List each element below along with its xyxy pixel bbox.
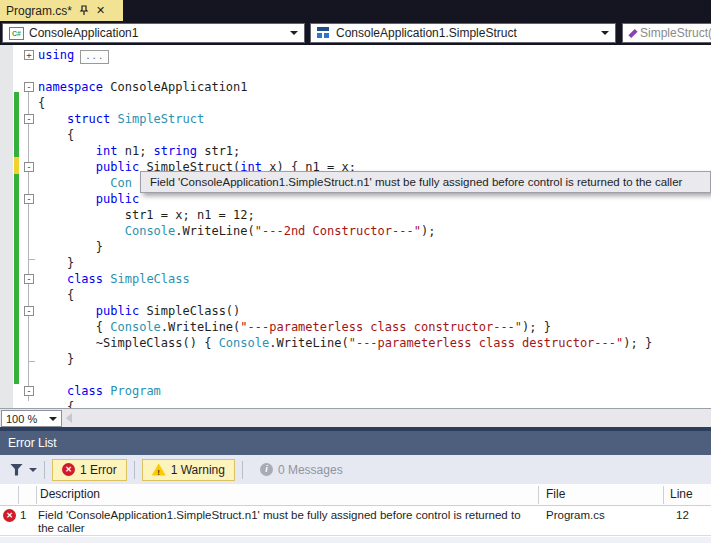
type-dropdown-value: ConsoleApplication1.SimpleStruct <box>336 26 517 40</box>
error-icon <box>62 463 75 476</box>
code-token: .WriteLine( <box>161 320 240 334</box>
code-line[interactable]: } <box>38 239 103 255</box>
warnings-filter-button[interactable]: 1 Warning <box>142 459 235 481</box>
code-token: class <box>67 384 103 398</box>
code-token: { <box>38 400 74 408</box>
project-dropdown[interactable]: C# ConsoleApplication1 <box>2 23 305 43</box>
error-list-titlebar[interactable]: Error List <box>0 431 711 455</box>
code-line[interactable]: struct SimpleStruct <box>38 111 204 127</box>
toolbar-separator <box>44 461 45 479</box>
errors-filter-button[interactable]: 1 Error <box>52 459 127 481</box>
collapsed-region-box[interactable]: ... <box>80 50 109 64</box>
code-line[interactable]: Console.WriteLine("---2nd Constructor---… <box>38 223 435 239</box>
chevron-down-icon[interactable] <box>290 31 298 35</box>
code-token: Con <box>110 176 132 190</box>
chevron-down-icon[interactable] <box>49 417 57 421</box>
code-line[interactable]: Con <box>38 175 132 191</box>
warning-icon <box>152 464 166 476</box>
code-line[interactable]: namespace ConsoleApplication1 <box>38 79 248 95</box>
messages-filter-button[interactable]: 0 Messages <box>250 459 353 481</box>
code-editor[interactable]: +------- using...namespace ConsoleApplic… <box>0 45 711 408</box>
fold-toggle[interactable]: - <box>24 162 34 172</box>
error-row[interactable]: 1 Field 'ConsoleApplication1.SimpleStruc… <box>0 506 711 536</box>
column-separator <box>18 486 19 504</box>
code-token: Console <box>125 224 176 238</box>
code-line[interactable]: { <box>38 287 74 303</box>
zoom-level-dropdown[interactable]: 100 % <box>1 410 62 427</box>
code-token: SimpleStruct <box>118 112 205 126</box>
code-line[interactable]: public SimpleClass() <box>38 303 240 319</box>
zoom-level-value: 100 % <box>6 413 37 425</box>
code-token: "---parameterless class constructor---" <box>240 320 522 334</box>
fold-toggle[interactable]: - <box>24 306 34 316</box>
document-tab-bar: Program.cs* ✕ <box>0 0 711 21</box>
code-token: { <box>38 288 74 302</box>
filter-icon[interactable] <box>10 464 23 476</box>
fold-toggle[interactable]: - <box>24 114 34 124</box>
column-header-description[interactable]: Description <box>40 487 100 501</box>
tab-program-cs[interactable]: Program.cs* ✕ <box>0 0 123 21</box>
code-token: namespace <box>38 80 103 94</box>
code-line[interactable]: str1 = x; n1 = 12; <box>38 207 255 223</box>
code-line[interactable]: int n1; string str1; <box>38 143 240 159</box>
toolbar-separator <box>134 461 135 479</box>
code-area[interactable]: using...namespace ConsoleApplication1{ s… <box>38 45 711 408</box>
chevron-down-icon[interactable] <box>29 468 37 472</box>
code-line[interactable]: public <box>38 191 139 207</box>
code-token: ); <box>421 224 435 238</box>
code-token <box>38 144 96 158</box>
fold-toggle[interactable]: + <box>24 50 34 60</box>
csharp-project-icon: C# <box>9 27 24 40</box>
code-token: ); } <box>623 336 652 350</box>
code-token: int <box>96 144 118 158</box>
code-line[interactable]: class Program <box>38 383 161 399</box>
type-dropdown[interactable]: ConsoleApplication1.SimpleStruct <box>310 23 616 43</box>
messages-filter-label: 0 Messages <box>278 463 343 477</box>
code-token <box>38 192 96 206</box>
column-header-line[interactable]: Line <box>670 487 693 501</box>
code-token <box>110 112 117 126</box>
code-line[interactable]: { Console.WriteLine("---parameterless cl… <box>38 319 551 335</box>
code-token <box>38 272 67 286</box>
code-token <box>38 384 67 398</box>
fold-toggle[interactable]: - <box>24 194 34 204</box>
pin-icon[interactable] <box>79 5 89 16</box>
code-token: "---2nd Constructor---" <box>255 224 421 238</box>
horizontal-scrollbar[interactable]: 100 % <box>0 408 711 427</box>
code-token: .WriteLine( <box>269 336 348 350</box>
code-token: "---parameterless class destructor---" <box>349 336 624 350</box>
project-dropdown-value: ConsoleApplication1 <box>29 26 138 40</box>
code-token: str1; <box>197 144 240 158</box>
code-token: n1; <box>117 144 153 158</box>
code-line[interactable]: { <box>38 399 74 408</box>
code-line[interactable]: } <box>38 255 74 271</box>
error-list-title: Error List <box>8 436 57 450</box>
column-separator <box>538 486 539 504</box>
code-line[interactable]: } <box>38 351 74 367</box>
code-token: public <box>96 160 139 174</box>
code-token: } <box>38 240 103 254</box>
column-separator <box>36 486 37 504</box>
chevron-down-icon[interactable] <box>601 31 609 35</box>
code-token <box>38 112 67 126</box>
code-token: str1 = x; n1 = 12; <box>38 208 255 222</box>
fold-toggle[interactable]: - <box>24 82 34 92</box>
fold-toggle[interactable]: - <box>24 274 34 284</box>
code-line[interactable]: { <box>38 127 74 143</box>
code-token: public <box>96 192 139 206</box>
member-dropdown[interactable]: SimpleStruct( <box>622 23 711 43</box>
error-table-header[interactable]: Description File Line <box>0 484 711 506</box>
code-token: public <box>96 304 139 318</box>
code-line[interactable]: using... <box>38 47 109 63</box>
column-header-file[interactable]: File <box>546 487 565 501</box>
code-line[interactable]: { <box>38 95 45 111</box>
code-line[interactable]: class SimpleClass <box>38 271 190 287</box>
scroll-left-arrow-icon[interactable] <box>66 413 72 423</box>
fold-toggle[interactable]: - <box>24 386 34 396</box>
errors-filter-label: 1 Error <box>80 463 117 477</box>
close-icon[interactable]: ✕ <box>96 5 105 16</box>
code-line[interactable]: ~SimpleClass() { Console.WriteLine("---p… <box>38 335 652 351</box>
table-empty-area <box>0 537 711 543</box>
warnings-filter-label: 1 Warning <box>171 463 225 477</box>
method-icon <box>628 28 637 37</box>
